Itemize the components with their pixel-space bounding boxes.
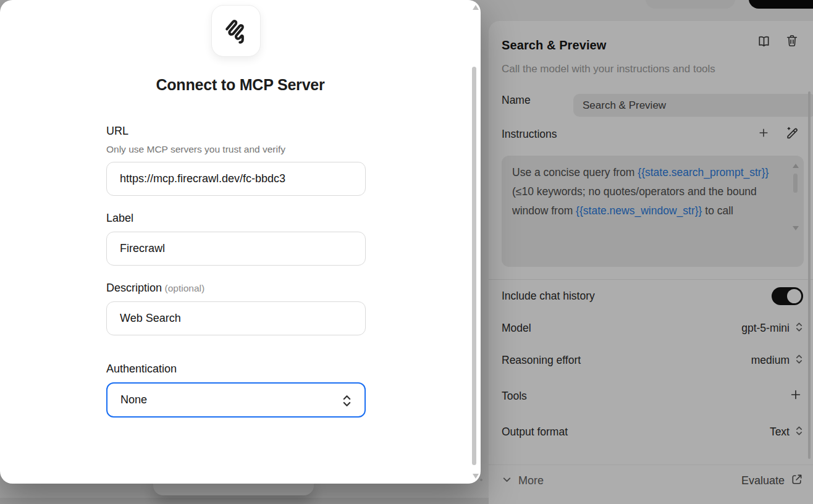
authentication-value: None [120, 393, 147, 406]
description-label: Description [106, 282, 162, 294]
url-input[interactable] [106, 162, 366, 196]
modal-title: Connect to MCP Server [0, 76, 481, 94]
select-updown-icon [342, 393, 352, 411]
firecrawl-logo-icon [222, 15, 250, 47]
app-window: Search & Preview Call the model with you… [0, 0, 813, 504]
modal-scroll-down-icon[interactable] [473, 474, 479, 479]
label-input[interactable] [106, 232, 366, 266]
modal-scrollbar-thumb[interactable] [472, 67, 476, 465]
url-label: URL [106, 125, 366, 138]
authentication-select[interactable]: None [106, 382, 366, 418]
connect-mcp-modal: Connect to MCP Server URL Only use MCP s… [0, 0, 481, 484]
url-helper-text: Only use MCP servers you trust and verif… [106, 144, 366, 155]
authentication-label: Authentication [106, 363, 366, 376]
description-input[interactable] [106, 301, 366, 335]
description-optional-suffix: (optional) [165, 283, 205, 293]
mcp-server-icon-card [211, 5, 261, 57]
label-label: Label [106, 212, 366, 225]
modal-scroll-up-icon[interactable] [473, 5, 479, 10]
